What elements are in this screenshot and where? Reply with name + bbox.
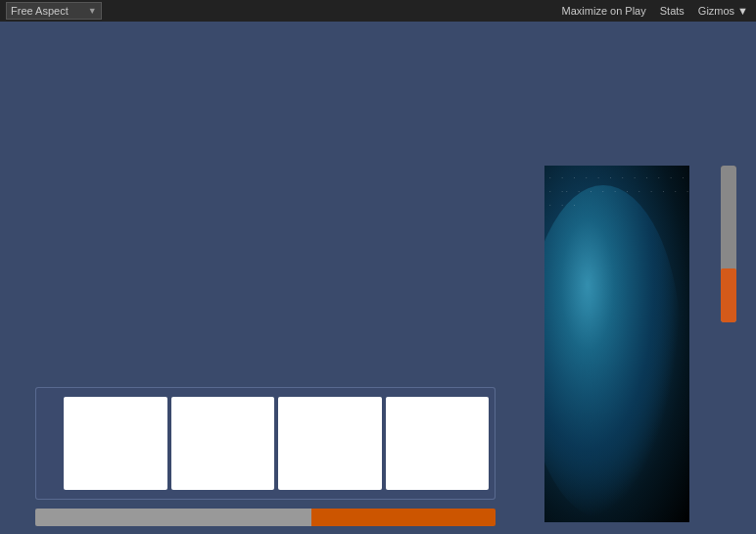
toolbar-left: Free Aspect ▼: [6, 2, 102, 20]
gizmos-arrow: ▼: [737, 5, 748, 17]
space-image: [544, 166, 689, 522]
thumbnail-3[interactable]: [278, 397, 382, 490]
space-panel: [544, 166, 689, 522]
progress-bar[interactable]: [35, 509, 496, 526]
gizmos-button[interactable]: Gizmos ▼: [696, 5, 750, 17]
aspect-label: Free Aspect: [11, 5, 69, 17]
gizmos-label: Gizmos: [698, 5, 734, 17]
thumbnail-strip: [35, 387, 496, 500]
toolbar: Free Aspect ▼ Maximize on Play Stats Giz…: [0, 0, 756, 22]
slider-thumb[interactable]: [721, 268, 736, 322]
thumbnail-4[interactable]: [386, 397, 490, 490]
stats-button[interactable]: Stats: [658, 5, 686, 17]
thumbnail-1[interactable]: [64, 397, 167, 490]
slider-track: [721, 166, 736, 322]
vertical-slider[interactable]: [721, 166, 736, 322]
main-viewport: [0, 22, 756, 534]
maximize-on-play-button[interactable]: Maximize on Play: [560, 5, 648, 17]
thumbnail-2[interactable]: [171, 397, 275, 490]
progress-right: [311, 509, 496, 526]
toolbar-right: Maximize on Play Stats Gizmos ▼: [560, 5, 750, 17]
progress-left: [35, 509, 311, 526]
aspect-arrow: ▼: [88, 6, 97, 16]
aspect-dropdown[interactable]: Free Aspect ▼: [6, 2, 102, 20]
thumbnail-spacer: [42, 397, 60, 490]
